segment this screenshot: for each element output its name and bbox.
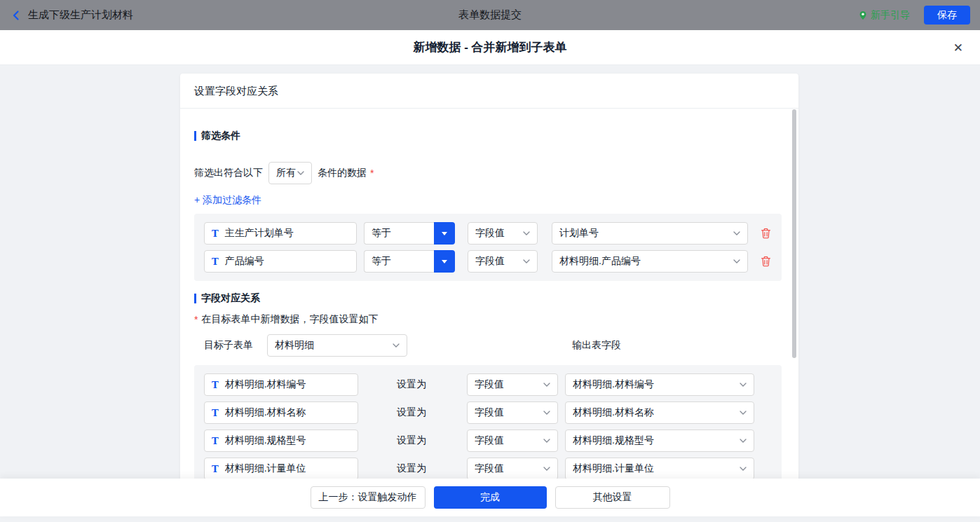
top-bar: 生成下级生产计划材料 表单数据提交 新手引导 保存 [0, 0, 980, 30]
text-field-icon: T [212, 437, 219, 446]
caret-down-icon [442, 232, 447, 235]
mapping-field-input[interactable]: T 材料明细.材料编号 [204, 373, 358, 396]
target-subform-row: 目标子表单 材料明细 输出表字段 [194, 334, 782, 357]
value-type-select[interactable]: 字段值 [468, 222, 538, 245]
value-select[interactable]: 材料明细.计量单位 [565, 458, 754, 480]
flow-title: 生成下级生产计划材料 [28, 8, 133, 22]
target-subform-label: 目标子表单 [204, 339, 253, 352]
value-type-select[interactable]: 字段值 [467, 458, 558, 480]
mapping-row: T 材料明细.材料名称 设置为 字段值 材料明细.材料名称 [204, 401, 772, 424]
chevron-down-icon [543, 439, 550, 443]
chevron-down-icon [543, 467, 550, 471]
settings-panel: 设置字段对应关系 筛选条件 筛选出符合以下 所有 条件的数据 * + 添加过滤条… [180, 74, 798, 494]
trash-icon [761, 256, 771, 267]
filter-sentence: 筛选出符合以下 所有 条件的数据 * [194, 162, 782, 184]
filter-section-title: 筛选条件 [194, 130, 782, 142]
chevron-down-icon [543, 411, 550, 415]
guide-label: 新手引导 [871, 9, 910, 22]
value-select[interactable]: 材料明细.材料编号 [565, 373, 754, 396]
other-settings-button[interactable]: 其他设置 [555, 486, 670, 509]
mapping-row: T 材料明细.材料编号 设置为 字段值 材料明细.材料编号 [204, 373, 772, 396]
previous-step-button[interactable]: 上一步：设置触发动作 [311, 486, 426, 509]
mapping-rows-block: T 材料明细.材料编号 设置为 字段值 材料明细.材料编号 T 材料明细.材料名… [194, 365, 782, 488]
trash-icon [761, 228, 771, 239]
set-as-label: 设置为 [397, 462, 467, 475]
value-select[interactable]: 计划单号 [552, 222, 748, 245]
save-button[interactable]: 保存 [924, 6, 970, 25]
text-field-icon: T [212, 408, 219, 418]
guide-link[interactable]: 新手引导 [859, 9, 910, 22]
value-select[interactable]: 材料明细.材料名称 [565, 401, 754, 424]
value-type-select[interactable]: 字段值 [467, 430, 558, 452]
mapping-row: T 材料明细.计量单位 设置为 字段值 材料明细.计量单位 [204, 458, 772, 480]
close-icon[interactable]: ✕ [953, 41, 963, 53]
page-title: 表单数据提交 [0, 8, 980, 22]
mapping-field-input[interactable]: T 材料明细.规格型号 [204, 430, 358, 452]
output-fields-header: 输出表字段 [572, 339, 621, 352]
mapping-section-title: 字段对应关系 [194, 292, 782, 305]
footer-bar: 上一步：设置触发动作 完成 其他设置 [0, 479, 980, 516]
value-type-select[interactable]: 字段值 [467, 401, 558, 424]
filter-row: T 产品编号 等于 字段值 材料明细.产品编号 [204, 250, 772, 273]
chevron-down-icon [733, 231, 740, 235]
value-type-select[interactable]: 字段值 [467, 373, 558, 396]
chevron-down-icon [523, 259, 530, 263]
filter-field-input[interactable]: T 主生产计划单号 [204, 222, 357, 245]
add-filter-link[interactable]: + 添加过滤条件 [194, 194, 782, 207]
delete-filter-button[interactable] [761, 256, 771, 267]
dialog-header: 新增数据 - 合并新增到子表单 ✕ [0, 30, 980, 65]
section-marker [194, 294, 196, 303]
chevron-down-icon [393, 343, 400, 348]
mapping-field-input[interactable]: T 材料明细.材料名称 [204, 401, 358, 424]
sentence-prefix: 筛选出符合以下 [194, 167, 263, 179]
scrollbar[interactable] [792, 109, 796, 358]
operator-select[interactable]: 等于 [364, 222, 455, 245]
filter-field-input[interactable]: T 产品编号 [204, 250, 357, 273]
chevron-down-icon [740, 439, 747, 443]
chevron-down-icon [297, 171, 304, 175]
panel-title: 设置字段对应关系 [180, 74, 798, 109]
target-subform-select[interactable]: 材料明细 [267, 334, 407, 357]
text-field-icon: T [212, 380, 219, 390]
caret-down-icon [442, 260, 447, 263]
chevron-left-icon [10, 9, 22, 22]
set-as-label: 设置为 [397, 406, 467, 419]
value-select[interactable]: 材料明细.规格型号 [565, 430, 754, 452]
done-button[interactable]: 完成 [434, 486, 547, 509]
text-field-icon: T [212, 229, 219, 238]
delete-filter-button[interactable] [761, 228, 771, 239]
chevron-down-icon [523, 231, 530, 235]
chevron-down-icon [740, 383, 747, 387]
text-field-icon: T [212, 465, 219, 474]
chevron-down-icon [740, 467, 747, 471]
set-as-label: 设置为 [397, 378, 467, 391]
operator-caret-button[interactable] [434, 222, 455, 245]
filter-row: T 主生产计划单号 等于 字段值 计划单号 [204, 222, 772, 245]
back-button[interactable] [10, 9, 22, 22]
set-as-label: 设置为 [397, 434, 467, 447]
chevron-down-icon [543, 383, 550, 387]
required-asterisk: * [370, 167, 374, 179]
mapping-field-input[interactable]: T 材料明细.计量单位 [204, 458, 358, 480]
match-mode-select[interactable]: 所有 [268, 162, 312, 184]
location-pin-icon [859, 11, 867, 20]
text-field-icon: T [212, 257, 219, 266]
operator-select[interactable]: 等于 [364, 250, 455, 273]
chevron-down-icon [740, 411, 747, 415]
filter-rows-block: T 主生产计划单号 等于 字段值 计划单号 [194, 214, 782, 281]
sentence-suffix: 条件的数据 [318, 167, 367, 179]
dialog-title: 新增数据 - 合并新增到子表单 [413, 39, 566, 55]
required-asterisk: * [194, 314, 198, 325]
mapping-description: * 在目标表单中新增数据，字段值设置如下 [194, 313, 782, 326]
chevron-down-icon [733, 259, 740, 263]
value-select[interactable]: 材料明细.产品编号 [552, 250, 748, 273]
value-type-select[interactable]: 字段值 [468, 250, 538, 273]
mapping-row: T 材料明细.规格型号 设置为 字段值 材料明细.规格型号 [204, 430, 772, 452]
operator-caret-button[interactable] [434, 250, 455, 273]
section-marker [194, 131, 196, 141]
